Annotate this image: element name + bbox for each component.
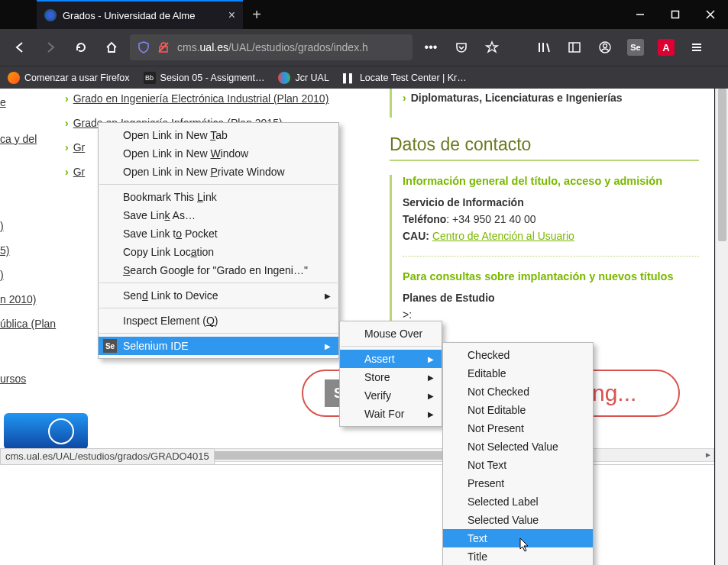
assert-selected-label[interactable]: Selected Label [443,492,593,511]
assert-present[interactable]: Present [443,474,593,492]
kr-icon: ▌▌ [343,72,355,84]
context-menu: Open Link in New Tab Open Link in New Wi… [98,122,339,359]
assert-not-selected-value[interactable]: Not Selected Value [443,437,593,456]
cau-link[interactable]: Centro de Atención al Usuario [432,230,574,242]
back-button[interactable] [8,35,32,60]
degree-link[interactable]: Gr [73,166,86,178]
tab-title: Grados - Universidad de Alme [63,10,222,21]
sub-verify[interactable]: Verify▶ [340,386,442,405]
degree-link[interactable]: Grado en Ingeniería Electrónica Industri… [73,92,329,105]
svg-line-8 [547,44,549,52]
insecure-icon[interactable] [157,41,170,53]
ctx-copy-link[interactable]: Copy Link Location [99,243,338,261]
right-link[interactable]: Diplomaturas, Licenciaturas e Ingeniería… [411,92,623,104]
account-icon[interactable] [593,35,617,60]
bullet-icon: › [403,92,406,104]
link-fragment[interactable]: ca y del [0,133,37,145]
subhead: Información general del título, acceso y… [403,175,699,187]
bookmark-item[interactable]: BbSesion 05 - Assigment… [144,72,265,84]
shield-icon[interactable] [138,41,150,53]
ctx-selenium-ide[interactable]: Se Selenium IDE▶ [99,337,338,355]
browser-toolbar: cms.ual.es/UAL/estudios/grados/index.h •… [0,29,728,66]
bookmark-item[interactable]: Comenzar a usar Firefox [8,72,130,84]
ctx-save-pocket[interactable]: Save Link to Pocket [99,224,338,243]
minimize-button[interactable] [623,0,658,29]
address-bar[interactable]: cms.ual.es/UAL/estudios/grados/index.h [130,34,413,60]
close-window-button[interactable] [693,0,728,29]
ctx-open-new-window[interactable]: Open Link in New Window [99,144,338,163]
assert-not-text[interactable]: Not Text [443,456,593,474]
link-fragment[interactable]: e [0,96,6,108]
sidebar-icon[interactable] [562,35,587,60]
status-bar: cms.ual.es/UAL/estudios/grados/GRADO4015 [0,448,215,465]
assert-not-editable[interactable]: Not Editable [443,401,593,419]
reload-button[interactable] [69,35,93,60]
library-icon[interactable] [532,35,556,60]
dev-badge[interactable] [4,413,88,450]
bookmark-item[interactable]: Jcr UAL [278,72,328,84]
plans-label: Planes de Estudio [403,292,699,304]
svg-rect-1 [672,11,679,18]
bullet-icon: › [65,166,69,178]
sub-mouse-over[interactable]: Mouse Over [340,324,442,343]
bullet-icon: › [65,141,69,153]
home-button[interactable] [99,35,124,60]
assert-not-checked[interactable]: Not Checked [443,383,593,401]
menu-button[interactable] [684,35,709,60]
ctx-open-new-tab[interactable]: Open Link in New Tab [99,126,338,144]
sub-assert[interactable]: Assert▶ [340,350,442,368]
ctx-inspect[interactable]: Inspect Element (Q) [99,312,338,330]
assert-title[interactable]: Title [443,547,593,565]
ctx-search-google[interactable]: Search Google for "Grado en Ingeni…" [99,261,338,279]
forward-button [38,35,63,60]
subhead: Para consultas sobre implantación y nuev… [403,270,699,282]
ctx-open-private[interactable]: Open Link in New Private Window [99,163,338,181]
sub-store[interactable]: Store▶ [340,368,442,386]
bookmark-star-icon[interactable] [480,35,504,60]
maximize-button[interactable] [658,0,693,29]
divider [403,256,699,257]
section-title: Datos de contacto [390,134,699,161]
sub-wait-for[interactable]: Wait For▶ [340,405,442,423]
svg-rect-9 [569,43,580,52]
iframe-blank [0,464,714,565]
browser-tab[interactable]: Grados - Universidad de Alme × [37,0,243,29]
pocket-icon[interactable] [449,35,474,60]
window-titlebar: Grados - Universidad de Alme × + [0,0,728,29]
new-tab-button[interactable]: + [243,0,270,29]
angular-button[interactable]: A [654,35,678,60]
context-submenu-selenium: Mouse Over Assert▶ Store▶ Verify▶ Wait F… [339,321,442,427]
close-tab-icon[interactable]: × [228,8,235,22]
bookmarks-toolbar: Comenzar a usar Firefox BbSesion 05 - As… [0,66,728,89]
url-text: cms.ual.es/UAL/estudios/grados/index.h [177,41,368,53]
assert-checked[interactable]: Checked [443,346,593,364]
assert-selected-value[interactable]: Selected Value [443,511,593,529]
jcr-icon [278,72,290,84]
firefox-icon [8,72,20,84]
page-actions-icon[interactable]: ••• [419,35,443,60]
vertical-scrollbar[interactable] [715,89,728,565]
service-name: Servicio de Información [403,196,699,208]
favicon [44,9,57,21]
ctx-save-link-as[interactable]: Save Link As… [99,206,338,224]
svg-point-12 [603,44,607,48]
ctx-bookmark-link[interactable]: Bookmark This Link [99,188,338,206]
selenium-button[interactable]: Se [623,35,648,60]
context-submenu-assert: Checked Editable Not Checked Not Editabl… [442,342,594,565]
bullet-icon: › [65,92,69,105]
svg-line-5 [159,43,168,52]
bullet-icon: › [65,117,69,129]
assert-not-present[interactable]: Not Present [443,419,593,437]
bb-icon: Bb [144,72,156,84]
assert-text[interactable]: Text [443,529,593,547]
bookmark-item[interactable]: ▌▌Locate Test Center | Kr… [343,72,467,84]
ctx-send-link[interactable]: Send Link to Device▶ [99,286,338,305]
degree-link[interactable]: Gr [73,141,86,153]
selenium-icon: Se [103,339,117,353]
assert-editable[interactable]: Editable [443,364,593,383]
